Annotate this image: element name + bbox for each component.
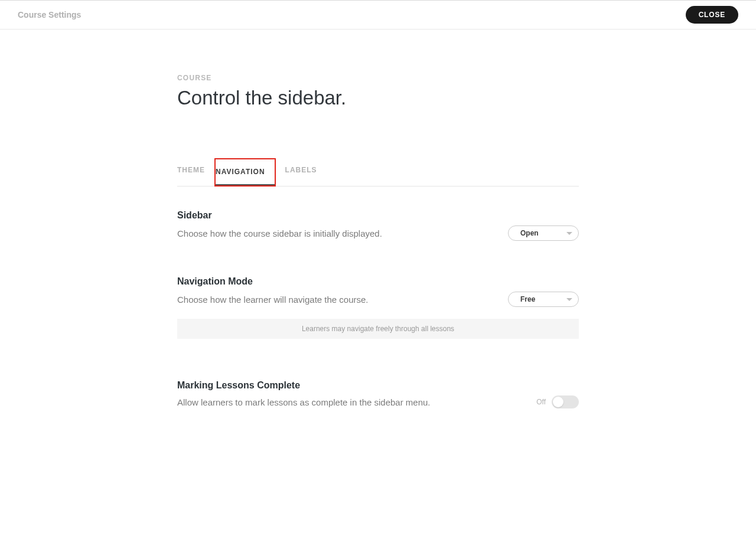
toggle-knob xyxy=(553,397,563,407)
marking-section: Marking Lessons Complete Allow learners … xyxy=(177,380,579,408)
close-button[interactable]: CLOSE xyxy=(686,6,738,24)
navmode-select-value: Free xyxy=(520,295,535,303)
marking-toggle-wrap: Off xyxy=(536,395,579,408)
marking-desc: Allow learners to mark lessons as comple… xyxy=(177,397,431,407)
sidebar-desc: Choose how the course sidebar is initial… xyxy=(177,228,382,238)
topbar-title: Course Settings xyxy=(18,10,81,19)
sidebar-heading: Sidebar xyxy=(177,210,579,221)
eyebrow-label: COURSE xyxy=(177,74,579,82)
navigation-mode-section: Navigation Mode Choose how the learner w… xyxy=(177,276,579,339)
navmode-desc: Choose how the learner will navigate the… xyxy=(177,295,369,305)
marking-heading: Marking Lessons Complete xyxy=(177,380,579,391)
highlight-annotation: NAVIGATION xyxy=(214,158,276,187)
sidebar-select[interactable]: Open xyxy=(508,225,579,241)
tabs: THEME NAVIGATION LABELS xyxy=(177,158,579,187)
caret-down-icon xyxy=(566,232,572,235)
content-area: COURSE Control the sidebar. THEME NAVIGA… xyxy=(177,30,579,408)
sidebar-select-value: Open xyxy=(520,229,539,237)
tab-navigation[interactable]: NAVIGATION xyxy=(216,159,275,185)
navmode-select[interactable]: Free xyxy=(508,292,579,307)
navmode-hint: Learners may navigate freely through all… xyxy=(177,319,579,339)
tab-theme[interactable]: THEME xyxy=(177,158,214,186)
marking-toggle[interactable] xyxy=(552,395,579,408)
page-title: Control the sidebar. xyxy=(177,87,579,109)
sidebar-section: Sidebar Choose how the course sidebar is… xyxy=(177,210,579,241)
tab-labels[interactable]: LABELS xyxy=(276,158,327,186)
caret-down-icon xyxy=(566,298,572,301)
marking-toggle-label: Off xyxy=(536,398,546,406)
navmode-heading: Navigation Mode xyxy=(177,276,579,287)
top-bar: Course Settings CLOSE xyxy=(0,0,756,30)
